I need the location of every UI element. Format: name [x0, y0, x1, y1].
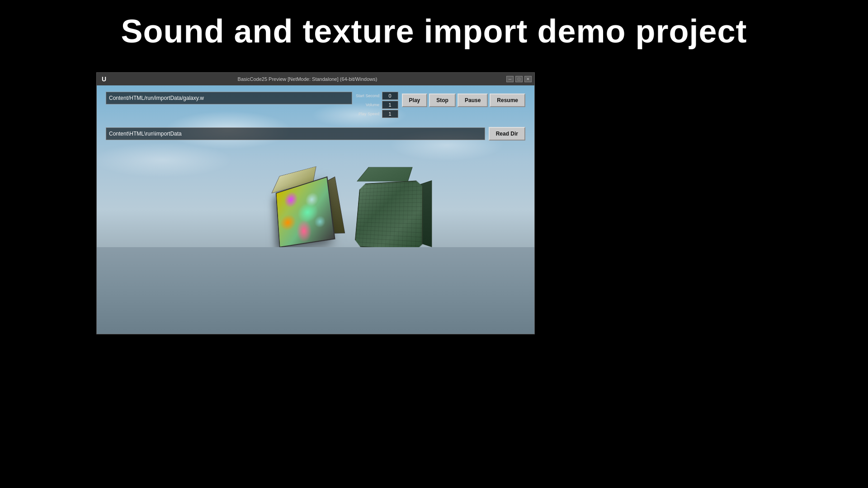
close-button[interactable]: ✕: [524, 76, 532, 82]
load-obj-button[interactable]: Load OBJ Map: [106, 277, 158, 291]
play-button[interactable]: Play: [402, 94, 428, 107]
texture-input-container: [106, 304, 439, 328]
stop-button[interactable]: Stop: [429, 94, 456, 107]
texture-buttons: Set Texture 1 Set Texture 2 Set Texture …: [440, 303, 525, 329]
volume-group: Volume:: [356, 101, 398, 109]
play-speed-group: Play Speed:: [356, 110, 398, 118]
dark-cube-face: [354, 180, 423, 252]
bottom-controls: Load OBJ Map Texture Set Texture 1 Set T…: [97, 272, 534, 334]
set-texture-2-button[interactable]: Set Texture 2: [484, 303, 525, 315]
window-title: BasicCode25 Preview [NetMode: Standalone…: [108, 76, 506, 82]
minimize-button[interactable]: ─: [506, 76, 514, 82]
texture-buttons-row1: Set Texture 1 Set Texture 2: [440, 303, 525, 315]
start-second-group: Start Second:: [356, 92, 398, 100]
viewport: Start Second: Volume: Play Speed: Play S…: [97, 85, 534, 334]
read-dir-button[interactable]: Read Dir: [489, 127, 525, 141]
audio-params: Start Second: Volume: Play Speed:: [356, 92, 398, 118]
ue-logo-icon: U: [99, 75, 108, 84]
set-texture-from-url-button[interactable]: Set Texture from URL: [440, 317, 525, 329]
texture-row: Set Texture 1 Set Texture 2 Set Texture …: [106, 303, 525, 329]
resume-button[interactable]: Resume: [490, 94, 525, 107]
playback-buttons: Play Stop Pause Resume: [402, 94, 525, 107]
pause-button[interactable]: Pause: [458, 94, 488, 107]
dark-cube: [354, 180, 417, 244]
start-second-input[interactable]: [382, 92, 398, 100]
3d-objects-area: [165, 149, 525, 275]
colorful-cube: [269, 178, 331, 246]
title-bar: U BasicCode25 Preview [NetMode: Standalo…: [97, 73, 534, 85]
audio-file-input[interactable]: [106, 92, 352, 104]
maximize-button[interactable]: □: [515, 76, 523, 82]
dark-cube-top: [357, 167, 413, 182]
texture-url-input[interactable]: [106, 317, 439, 328]
play-speed-input[interactable]: [382, 110, 398, 118]
start-second-label: Start Second:: [356, 94, 381, 98]
page-title-container: Sound and texture import demo project: [0, 0, 868, 50]
audio-controls-row: Start Second: Volume: Play Speed: Play S…: [106, 92, 525, 118]
volume-input[interactable]: [382, 101, 398, 109]
directory-input[interactable]: [106, 127, 485, 140]
ue-window: U BasicCode25 Preview [NetMode: Standalo…: [96, 72, 535, 334]
set-texture-1-button[interactable]: Set Texture 1: [440, 303, 482, 315]
directory-controls-row: Read Dir: [106, 127, 525, 141]
texture-section-label: Texture: [106, 294, 525, 301]
volume-label: Volume:: [356, 103, 381, 107]
play-speed-label: Play Speed:: [356, 112, 381, 116]
title-bar-controls: ─ □ ✕: [506, 76, 532, 82]
texture-file-input[interactable]: [106, 304, 439, 316]
page-title: Sound and texture import demo project: [121, 13, 747, 49]
